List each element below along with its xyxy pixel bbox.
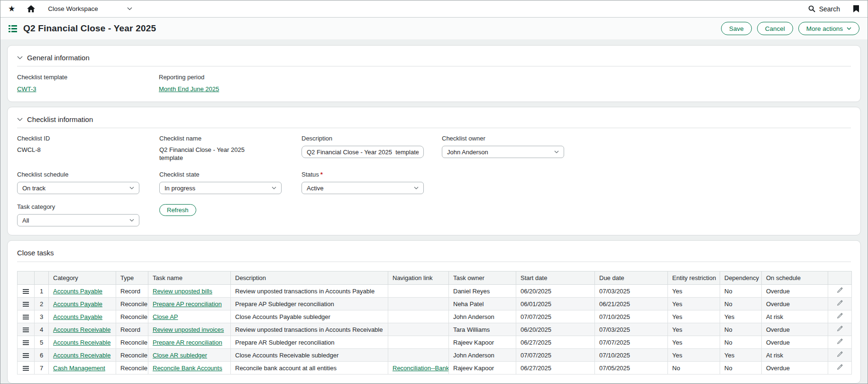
cell-type: Reconcile <box>116 362 148 375</box>
global-search[interactable]: Search <box>808 5 840 13</box>
checklist-name-value: Q2 Financial Close - Year 2025 template <box>159 146 254 162</box>
cell-due-date: 07/03/2025 <box>595 285 668 298</box>
status-select[interactable]: Active <box>302 182 424 194</box>
task-row: 6Accounts ReceivableReconcileClose AR su… <box>18 349 852 362</box>
field-label: Checklist schedule <box>17 171 159 178</box>
pencil-icon <box>836 312 843 319</box>
task-name-link[interactable]: Close AP <box>153 313 178 320</box>
pencil-icon <box>836 364 843 371</box>
drag-handle-icon[interactable] <box>23 340 29 345</box>
cell-edit <box>828 336 852 349</box>
category-link[interactable]: Accounts Payable <box>53 313 102 320</box>
cell-drag <box>18 323 35 336</box>
drag-handle-icon[interactable] <box>23 328 29 332</box>
workspace-selector[interactable]: Close Workspace <box>48 5 132 12</box>
field-label: Checklist ID <box>17 135 159 142</box>
field-label: Checklist name <box>159 135 302 142</box>
cell-due-date: 06/21/2025 <box>595 298 668 310</box>
chevron-down-icon <box>847 27 851 30</box>
refresh-button[interactable]: Refresh <box>159 204 196 216</box>
category-link[interactable]: Accounts Payable <box>53 288 102 295</box>
search-label: Search <box>819 5 840 13</box>
checklist-state-select[interactable]: In progress <box>159 182 282 194</box>
cell-due-date: 07/10/2025 <box>595 310 668 323</box>
cell-task-name: Prepare AR reconciliation <box>148 336 231 349</box>
description-input[interactable] <box>302 146 424 158</box>
more-actions-label: More actions <box>806 25 843 32</box>
edit-task-button[interactable] <box>836 351 843 358</box>
checklist-information-header[interactable]: Checklist information <box>17 113 851 128</box>
edit-task-button[interactable] <box>836 325 843 332</box>
cell-on-schedule: Overdue <box>762 298 828 310</box>
general-information-header[interactable]: General information <box>17 51 851 66</box>
list-icon <box>9 25 17 32</box>
cell-description: Reconcile bank account at all entities <box>231 362 388 375</box>
drag-handle-icon[interactable] <box>23 289 29 294</box>
cell-edit <box>828 362 852 375</box>
page-header: Q2 Financial Close - Year 2025 Save Canc… <box>0 18 868 39</box>
cell-start-date: 07/07/2025 <box>516 310 595 323</box>
favorites-star-icon[interactable]: ★ <box>8 5 15 13</box>
edit-task-button[interactable] <box>836 364 843 371</box>
task-name-link[interactable]: Review unposted bills <box>153 288 212 295</box>
edit-task-button[interactable] <box>836 287 843 294</box>
category-link[interactable]: Accounts Payable <box>53 300 102 308</box>
cell-num: 3 <box>35 310 49 323</box>
cell-due-date: 07/07/2025 <box>595 336 668 349</box>
cell-dependency: No <box>720 336 762 349</box>
navigation-link-link[interactable]: Reconciliation--Bank <box>393 365 449 372</box>
cell-drag <box>18 298 35 310</box>
cell-task-owner: Daniel Reyes <box>449 285 516 298</box>
checklist-template-link[interactable]: CWT-3 <box>17 85 36 93</box>
chevron-down-icon <box>414 187 419 189</box>
status-label: Status <box>302 171 319 178</box>
drag-handle-icon[interactable] <box>23 353 29 358</box>
cell-num: 1 <box>35 285 49 298</box>
edit-task-button[interactable] <box>836 300 843 307</box>
bookmark-icon[interactable] <box>853 5 859 12</box>
reporting-period-link[interactable]: Month End June 2025 <box>159 85 219 93</box>
task-name-link[interactable]: Prepare AR reconciliation <box>153 339 222 346</box>
close-tasks-title: Close tasks <box>17 246 851 262</box>
cell-entity-restriction: Yes <box>668 298 720 310</box>
more-actions-button[interactable]: More actions <box>798 22 859 35</box>
drag-handle-icon[interactable] <box>23 366 29 371</box>
task-name-link[interactable]: Review unposted invoices <box>153 326 224 333</box>
app-window: ★ Close Workspace Search Q2 Financial Cl… <box>0 0 868 384</box>
cell-dependency: No <box>720 362 762 375</box>
close-tasks-section: Close tasks CategoryTypeTask nameDescrip… <box>7 240 861 384</box>
cell-drag <box>18 362 35 375</box>
task-category-select[interactable]: All <box>17 214 139 226</box>
category-link[interactable]: Cash Management <box>53 365 105 372</box>
cell-start-date: 06/20/2025 <box>516 323 595 336</box>
section-title: Checklist information <box>27 115 93 123</box>
column-header-empty <box>828 272 852 285</box>
home-icon[interactable] <box>27 5 35 12</box>
field-label: Checklist owner <box>442 135 851 142</box>
checklist-information-fields: Checklist ID CWCL-8 Checklist name Q2 Fi… <box>17 135 851 226</box>
cell-entity-restriction: Yes <box>668 285 720 298</box>
cell-category: Accounts Payable <box>49 310 116 323</box>
category-link[interactable]: Accounts Receivable <box>53 339 110 346</box>
task-name-link[interactable]: Prepare AP reconciliation <box>153 300 222 308</box>
close-tasks-tbody: 1Accounts PayableRecordReview unposted b… <box>18 285 852 375</box>
cancel-button[interactable]: Cancel <box>757 22 793 35</box>
star-icon: ★ <box>8 5 15 13</box>
top-bar: ★ Close Workspace Search <box>0 0 868 18</box>
edit-task-button[interactable] <box>836 312 843 319</box>
cell-on-schedule: Overdue <box>762 285 828 298</box>
save-button[interactable]: Save <box>721 22 752 35</box>
task-name-link[interactable]: Reconcile Bank Accounts <box>153 365 222 372</box>
cell-dependency: No <box>720 298 762 310</box>
edit-task-button[interactable] <box>836 338 843 345</box>
category-link[interactable]: Accounts Receivable <box>53 326 110 333</box>
checklist-schedule-select[interactable]: On track <box>17 182 139 194</box>
checklist-id-field: Checklist ID CWCL-8 <box>17 135 159 154</box>
drag-handle-icon[interactable] <box>23 302 29 307</box>
task-name-link[interactable]: Close AR subledger <box>153 352 207 359</box>
category-link[interactable]: Accounts Receivable <box>53 352 110 359</box>
checklist-owner-select[interactable]: John Anderson <box>442 146 564 158</box>
drag-handle-icon[interactable] <box>23 315 29 319</box>
collapse-chevron-icon <box>17 118 23 121</box>
cell-description: Close Accounts Receivable subledger <box>231 349 388 362</box>
